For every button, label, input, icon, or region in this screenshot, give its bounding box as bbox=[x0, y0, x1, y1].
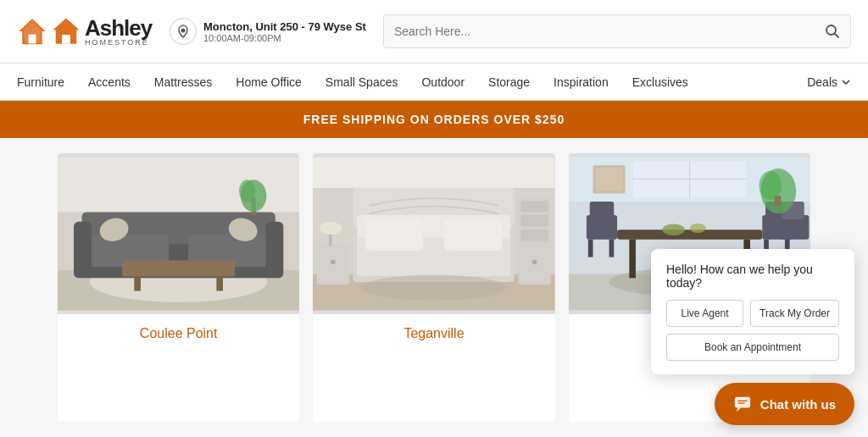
promo-banner: FREE SHIPPING ON ORDERS OVER $250 bbox=[0, 101, 868, 138]
svg-rect-45 bbox=[313, 158, 554, 188]
ashley-logo-svg bbox=[51, 16, 81, 47]
svg-rect-15 bbox=[74, 222, 92, 279]
svg-rect-33 bbox=[444, 218, 502, 251]
nav-item-outdoor[interactable]: Outdoor bbox=[421, 72, 465, 92]
logo-text: Ashley HOMESTORE bbox=[85, 17, 152, 47]
chat-with-us-button[interactable]: Chat with us bbox=[715, 383, 854, 425]
location-icon[interactable] bbox=[170, 18, 197, 45]
svg-line-7 bbox=[835, 34, 839, 38]
store-address: Moncton, Unit 250 - 79 Wyse St bbox=[203, 20, 366, 33]
svg-rect-42 bbox=[521, 215, 548, 226]
chat-popup-buttons: Live Agent Track My Order Book an Appoin… bbox=[666, 300, 839, 361]
header: Ashley HOMESTORE Moncton, Unit 250 - 79 … bbox=[0, 0, 868, 64]
product-image-coulee-point bbox=[58, 153, 299, 314]
svg-rect-54 bbox=[587, 240, 593, 257]
svg-rect-18 bbox=[134, 276, 141, 290]
svg-point-5 bbox=[181, 29, 186, 33]
search-button[interactable] bbox=[825, 24, 840, 39]
live-agent-button[interactable]: Live Agent bbox=[666, 300, 743, 327]
nav-bar: Furniture Accents Mattresses Home Office… bbox=[0, 64, 868, 101]
book-appointment-button[interactable]: Book an Appointment bbox=[666, 334, 839, 361]
track-order-button[interactable]: Track My Order bbox=[750, 300, 839, 327]
nav-deals[interactable]: Deals bbox=[807, 75, 851, 89]
svg-point-62 bbox=[662, 224, 685, 235]
store-details: Moncton, Unit 250 - 79 Wyse St 10:00AM-0… bbox=[203, 20, 366, 43]
logo-ashley: Ashley bbox=[85, 17, 152, 39]
nav-item-mattresses[interactable]: Mattresses bbox=[154, 72, 212, 92]
svg-rect-41 bbox=[521, 201, 548, 212]
svg-point-37 bbox=[532, 259, 537, 264]
svg-marker-74 bbox=[736, 408, 741, 412]
svg-rect-55 bbox=[609, 240, 614, 257]
svg-point-39 bbox=[320, 222, 342, 235]
svg-point-69 bbox=[759, 171, 782, 200]
nav-item-small-spaces[interactable]: Small Spaces bbox=[326, 72, 398, 92]
chat-widget: Hello! How can we help you today? Live A… bbox=[651, 249, 854, 425]
svg-point-25 bbox=[239, 180, 255, 202]
store-info: Moncton, Unit 250 - 79 Wyse St 10:00AM-0… bbox=[170, 18, 366, 45]
svg-point-44 bbox=[361, 275, 506, 301]
svg-rect-49 bbox=[617, 230, 762, 239]
chat-popup-row-1: Live Agent Track My Order bbox=[666, 300, 839, 327]
chat-popup-greeting: Hello! How can we help you today? bbox=[666, 263, 839, 290]
svg-rect-16 bbox=[265, 222, 283, 279]
svg-rect-73 bbox=[735, 397, 750, 408]
nav-item-accents[interactable]: Accents bbox=[88, 72, 131, 92]
product-image-teganville bbox=[313, 153, 554, 314]
product-card-coulee-point[interactable]: Coulee Point bbox=[58, 153, 299, 422]
chat-bubble-icon bbox=[733, 395, 752, 413]
svg-rect-70 bbox=[774, 196, 781, 205]
svg-rect-50 bbox=[629, 240, 636, 279]
deals-label: Deals bbox=[807, 75, 837, 89]
logo-icon bbox=[17, 16, 47, 47]
banner-text: FREE SHIPPING ON ORDERS OVER $250 bbox=[303, 113, 565, 126]
svg-rect-4 bbox=[62, 35, 70, 44]
svg-rect-72 bbox=[595, 168, 622, 191]
svg-rect-3 bbox=[29, 35, 36, 44]
product-name-teganville: Teganville bbox=[313, 314, 554, 353]
nav-item-exclusives[interactable]: Exclusives bbox=[632, 72, 688, 92]
search-bar[interactable] bbox=[383, 14, 851, 48]
svg-rect-32 bbox=[365, 218, 423, 251]
search-input[interactable] bbox=[394, 25, 825, 38]
logo[interactable]: Ashley HOMESTORE bbox=[17, 16, 153, 47]
svg-point-35 bbox=[331, 259, 336, 264]
search-icon bbox=[825, 24, 840, 39]
product-name-coulee-point: Coulee Point bbox=[58, 314, 299, 353]
nav-item-home-office[interactable]: Home Office bbox=[236, 72, 302, 92]
chat-button-label: Chat with us bbox=[760, 397, 836, 412]
svg-rect-19 bbox=[216, 276, 223, 290]
svg-point-63 bbox=[689, 224, 705, 233]
product-card-teganville[interactable]: Teganville bbox=[313, 153, 554, 422]
nav-item-storage[interactable]: Storage bbox=[488, 72, 530, 92]
logo-homestore: HOMESTORE bbox=[85, 39, 152, 47]
chat-popup: Hello! How can we help you today? Live A… bbox=[651, 249, 854, 374]
svg-rect-43 bbox=[521, 230, 548, 241]
nav-item-inspiration[interactable]: Inspiration bbox=[554, 72, 609, 92]
svg-rect-17 bbox=[122, 260, 235, 276]
map-pin-icon bbox=[176, 25, 190, 38]
store-hours: 10:00AM-09:00PM bbox=[203, 33, 366, 43]
nav-item-furniture[interactable]: Furniture bbox=[17, 72, 64, 92]
chevron-down-icon bbox=[841, 77, 851, 87]
svg-rect-53 bbox=[589, 202, 614, 219]
